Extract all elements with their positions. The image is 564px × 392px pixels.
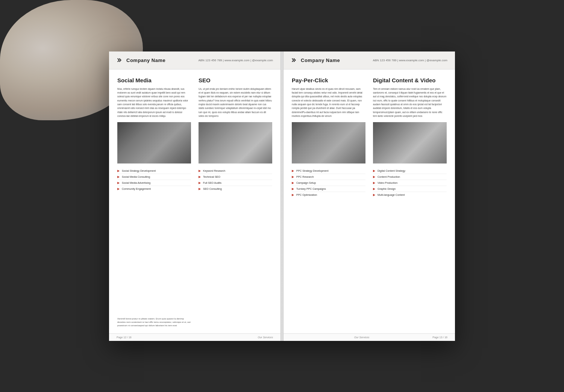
bullet-icon: ▶ — [292, 175, 294, 179]
left-two-col: Social Media Mus, erferle rumquo tectem … — [117, 77, 272, 327]
left-page-content: Social Media Mus, erferle rumquo tectem … — [109, 70, 280, 333]
right-company-name: Company Name — [301, 58, 340, 63]
bullet-icon: ▶ — [373, 193, 375, 197]
list-item: ▶ Technical SEO — [199, 174, 272, 180]
list-item: ▶ Full SEO Audits — [199, 180, 272, 186]
bullet-icon: ▶ — [199, 187, 201, 191]
list-item: ▶ Social Media Advertising — [117, 180, 191, 186]
ppc-title: Pay-Per-Click — [292, 77, 365, 83]
seo-column: SEO Us, ut pel enda pro beniam enihic to… — [199, 77, 272, 327]
seo-title: SEO — [199, 77, 272, 83]
right-two-col: Pay-Per-Click Harunt ulpar deaibus sinct… — [292, 77, 447, 327]
bullet-icon: ▶ — [292, 193, 294, 197]
list-item: ▶ Keyword Research — [199, 168, 272, 174]
right-logo-area: Company Name — [291, 57, 340, 64]
social-media-image — [117, 122, 191, 163]
digital-content-image — [373, 122, 447, 163]
left-page-number: Page 12 / 16 — [117, 336, 132, 339]
seo-image — [199, 122, 272, 163]
bullet-icon: ▶ — [117, 181, 120, 185]
digital-content-title: Digital Content & Video — [373, 77, 447, 83]
list-item: ▶ PPC Optimization — [292, 192, 365, 198]
social-media-column: Social Media Mus, erferle rumquo tectem … — [117, 77, 191, 327]
list-item: ▶ Graphic Design — [373, 186, 447, 192]
meeting-image-bg — [199, 122, 272, 163]
bullet-icon: ▶ — [373, 169, 375, 173]
social-media-text: Mus, erferle rumquo tectem dquam inctatu… — [117, 87, 191, 118]
list-item: ▶ Campaign Setup — [292, 180, 365, 186]
digital-content-column: Digital Content & Video Tem et omniam es… — [373, 77, 447, 327]
list-item: ▶ Social Media Consulting — [117, 174, 191, 180]
office-image-bg — [117, 122, 191, 163]
bullet-icon: ▶ — [373, 175, 375, 179]
list-item: ▶ Multi-language Content — [373, 192, 447, 198]
left-page-footer: Page 12 / 16 Our Services — [109, 333, 280, 341]
bullet-icon: ▶ — [373, 187, 375, 191]
ppc-text: Harunt ulpar deaibus sincto ex et quas n… — [292, 87, 365, 118]
bullet-icon: ▶ — [199, 175, 201, 179]
bullet-icon: ▶ — [199, 169, 201, 173]
list-item: ▶ Content Production — [373, 174, 447, 180]
digital-content-text: Tem et omniam estiore namus atur rosti l… — [373, 87, 447, 118]
content-image-bg — [373, 122, 447, 163]
list-item: ▶ PPC Strategy Development — [292, 168, 365, 174]
left-header-contact: ABN 123 456 789 | www.example.com | @exa… — [198, 59, 273, 62]
left-page-header: Company Name ABN 123 456 789 | www.examp… — [109, 51, 280, 70]
list-item: ▶ PPC Research — [292, 174, 365, 180]
ppc-services: ▶ PPC Strategy Development ▶ PPC Researc… — [292, 168, 365, 198]
bullet-icon: ▶ — [292, 181, 294, 185]
right-header-contact: ABN 123 456 789 | www.example.com | @exa… — [373, 59, 447, 62]
bullet-icon: ▶ — [373, 181, 375, 185]
business-image-bg — [292, 122, 365, 163]
list-item: ▶ Digital Content Strategy — [373, 168, 447, 174]
bullet-icon: ▶ — [292, 169, 294, 173]
bullet-icon: ▶ — [117, 169, 120, 173]
left-logo-icon — [117, 57, 123, 64]
list-item: ▶ Social Strategy Development — [117, 168, 191, 174]
bullet-icon: ▶ — [199, 181, 201, 185]
bullet-icon: ▶ — [117, 187, 120, 191]
right-page-number: Page 13 / 16 — [432, 336, 447, 339]
book-spread: Company Name ABN 123 456 789 | www.examp… — [109, 51, 455, 341]
bullet-icon: ▶ — [117, 175, 120, 179]
bullet-icon: ▶ — [292, 187, 294, 191]
left-footer-label: Our Services — [258, 336, 273, 339]
ppc-column: Pay-Per-Click Harunt ulpar deaibus sinct… — [292, 77, 365, 327]
left-bottom-text: Aenimill lorest pratur re plitate ctatem… — [117, 317, 191, 327]
right-logo-icon — [291, 57, 298, 64]
list-item: ▶ Community Engagement — [117, 186, 191, 192]
right-page: Company Name ABN 123 456 789 | www.examp… — [283, 51, 455, 341]
list-item: ▶ Turnkey PPC Campaigns — [292, 186, 365, 192]
list-item: ▶ SEO Consulting — [199, 186, 272, 192]
list-item: ▶ Video Production — [373, 180, 447, 186]
right-page-header: Company Name ABN 123 456 789 | www.examp… — [284, 51, 455, 70]
right-footer-label: Our Services — [354, 336, 369, 339]
seo-text: Us, ut pel enda pro beniam enihic torior… — [199, 87, 272, 118]
seo-services: ▶ Keyword Research ▶ Technical SEO ▶ Ful… — [199, 168, 272, 192]
left-logo-area: Company Name — [117, 57, 165, 64]
right-page-footer: Our Services Page 13 / 16 — [284, 333, 455, 341]
social-media-title: Social Media — [117, 77, 191, 83]
right-page-content: Pay-Per-Click Harunt ulpar deaibus sinct… — [284, 70, 455, 333]
left-page: Company Name ABN 123 456 789 | www.examp… — [109, 51, 281, 341]
ppc-image — [292, 122, 365, 163]
digital-content-services: ▶ Digital Content Strategy ▶ Content Pro… — [373, 168, 447, 198]
social-media-services: ▶ Social Strategy Development ▶ Social M… — [117, 168, 191, 192]
left-company-name: Company Name — [126, 58, 165, 63]
